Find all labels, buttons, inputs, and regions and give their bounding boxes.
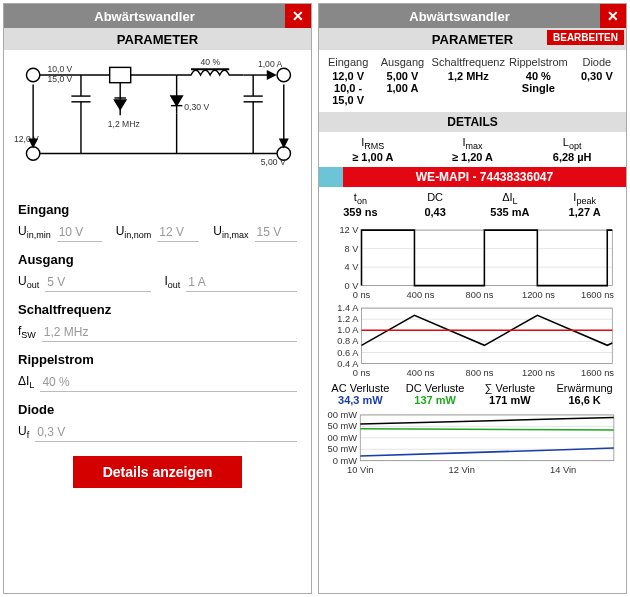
svg-text:0.6 A: 0.6 A (337, 348, 359, 358)
subhead-right: PARAMETER BEARBEITEN (319, 28, 626, 50)
ac-loss-value: 34,3 mW (323, 394, 398, 406)
section-ausgang: Ausgang (18, 252, 297, 267)
svg-text:0.8 A: 0.8 A (337, 337, 359, 347)
svg-text:1600 ns: 1600 ns (581, 368, 614, 378)
section-diode: Diode (18, 402, 297, 417)
dc-label: DC (398, 191, 473, 206)
svg-text:1.0 A: 1.0 A (337, 326, 359, 336)
edit-button[interactable]: BEARBEITEN (547, 30, 624, 45)
title-right: Abwärtswandler (319, 9, 600, 24)
lopt-value: 6,28 µH (522, 151, 622, 163)
svg-marker-7 (171, 96, 182, 106)
loss-summary: AC Verluste DC Verluste ∑ Verluste Erwär… (319, 380, 626, 408)
delta-il-label: ΔIL (473, 191, 548, 206)
close-button-right[interactable]: ✕ (600, 4, 626, 28)
close-icon: ✕ (607, 8, 619, 24)
details-header: DETAILS (319, 112, 626, 132)
heating-value: 16,6 K (547, 394, 622, 406)
ipeak-label: Ipeak (547, 191, 622, 206)
pv-eingang: 12,0 V 10,0 - 15,0 V (323, 70, 373, 106)
part-number: WE-MAPI - 74438336047 (343, 167, 626, 187)
pv-ripple: 40 % Single (509, 70, 568, 106)
subhead-left-label: PARAMETER (117, 32, 198, 47)
svg-rect-4 (110, 67, 131, 82)
titlebar-left: Abwärtswandler ✕ (4, 4, 311, 28)
svg-text:1.2 A: 1.2 A (337, 315, 359, 325)
ton-value: 359 ns (323, 206, 398, 218)
title-left: Abwärtswandler (4, 9, 285, 24)
iout-label: Iout (165, 274, 181, 290)
imax-label: Imax (423, 136, 523, 151)
ph-ripple: Rippelstrom (509, 56, 568, 68)
svg-text:800 ns: 800 ns (466, 368, 494, 378)
fsw-label: fSW (18, 324, 36, 340)
svg-text:0,30 V: 0,30 V (184, 102, 209, 112)
uf-input[interactable] (35, 423, 297, 442)
svg-text:1,00 A: 1,00 A (258, 59, 283, 69)
panel-details: Abwärtswandler ✕ PARAMETER BEARBEITEN Ei… (318, 3, 627, 594)
heating-label: Erwärmung (547, 382, 622, 394)
close-icon: ✕ (292, 8, 304, 24)
uf-label: Uf (18, 424, 29, 440)
svg-marker-26 (114, 100, 125, 110)
uin-nom-label: Uin,nom (116, 224, 152, 240)
uin-min-input[interactable] (57, 223, 102, 242)
details-button[interactable]: Details anzeigen (73, 456, 243, 488)
lopt-label: Lopt (522, 136, 622, 151)
svg-text:1200 ns: 1200 ns (522, 368, 555, 378)
svg-point-14 (277, 68, 290, 81)
svg-text:1.4 A: 1.4 A (337, 304, 359, 313)
svg-text:1,2 MHz: 1,2 MHz (108, 119, 140, 129)
svg-text:12 V: 12 V (339, 226, 359, 235)
fsw-input[interactable] (42, 323, 297, 342)
section-eingang: Eingang (18, 202, 297, 217)
sum-loss-label: ∑ Verluste (473, 382, 548, 394)
dc-loss-label: DC Verluste (398, 382, 473, 394)
irms-value: ≥ 1,00 A (323, 151, 423, 163)
dil-input[interactable] (40, 373, 297, 392)
svg-marker-34 (29, 139, 37, 147)
chart-losses: 0 mW50 mW100 mW150 mW200 mW10 Vin12 Vin1… (319, 408, 626, 478)
switching-details: ton DC ΔIL Ipeak 359 ns 0,43 535 mA 1,27… (319, 187, 626, 224)
pv-fsw: 1,2 MHz (432, 70, 505, 106)
chart-voltage: 0 V4 V8 V12 V0 ns400 ns800 ns1200 ns1600… (319, 224, 626, 302)
subhead-right-label: PARAMETER (432, 32, 513, 47)
dc-value: 0,43 (398, 206, 473, 218)
uin-max-label: Uin,max (213, 224, 248, 240)
svg-text:10 Vin: 10 Vin (347, 466, 373, 476)
irms-label: IRMS (323, 136, 423, 151)
svg-text:1200 ns: 1200 ns (522, 290, 555, 300)
imax-value: ≥ 1,20 A (423, 151, 523, 163)
pv-ausgang: 5,00 V 1,00 A (377, 70, 427, 106)
svg-text:8 V: 8 V (345, 244, 360, 254)
parameter-summary: Eingang Ausgang Schaltfrequenz Rippelstr… (319, 50, 626, 112)
ph-eingang: Eingang (323, 56, 373, 68)
svg-text:0 ns: 0 ns (353, 368, 371, 378)
svg-text:200 mW: 200 mW (327, 410, 357, 420)
close-button-left[interactable]: ✕ (285, 4, 311, 28)
part-tab[interactable] (319, 167, 343, 187)
svg-text:400 ns: 400 ns (407, 368, 435, 378)
uout-label: Uout (18, 274, 39, 290)
ipeak-value: 1,27 A (547, 206, 622, 218)
dc-loss-value: 137 mW (398, 394, 473, 406)
uin-nom-input[interactable] (157, 223, 199, 242)
svg-text:150 mW: 150 mW (327, 422, 357, 432)
svg-text:4 V: 4 V (345, 263, 360, 273)
chart-current: 0.4 A0.6 A0.8 A1.0 A1.2 A1.4 A0 ns400 ns… (319, 302, 626, 380)
pv-diode: 0,30 V (572, 70, 622, 106)
section-schaltfrequenz: Schaltfrequenz (18, 302, 297, 317)
svg-point-31 (26, 147, 39, 160)
section-rippelstrom: Rippelstrom (18, 352, 297, 367)
uin-max-input[interactable] (255, 223, 297, 242)
sum-loss-value: 171 mW (473, 394, 548, 406)
svg-point-0 (26, 68, 39, 81)
svg-text:400 ns: 400 ns (407, 290, 435, 300)
uout-input[interactable] (45, 273, 150, 292)
ph-diode: Diode (572, 56, 622, 68)
svg-text:0 ns: 0 ns (353, 290, 371, 300)
svg-text:12 Vin: 12 Vin (449, 466, 475, 476)
iout-input[interactable] (186, 273, 297, 292)
part-selector[interactable]: WE-MAPI - 74438336047 (319, 167, 626, 187)
ph-ausgang: Ausgang (377, 56, 427, 68)
